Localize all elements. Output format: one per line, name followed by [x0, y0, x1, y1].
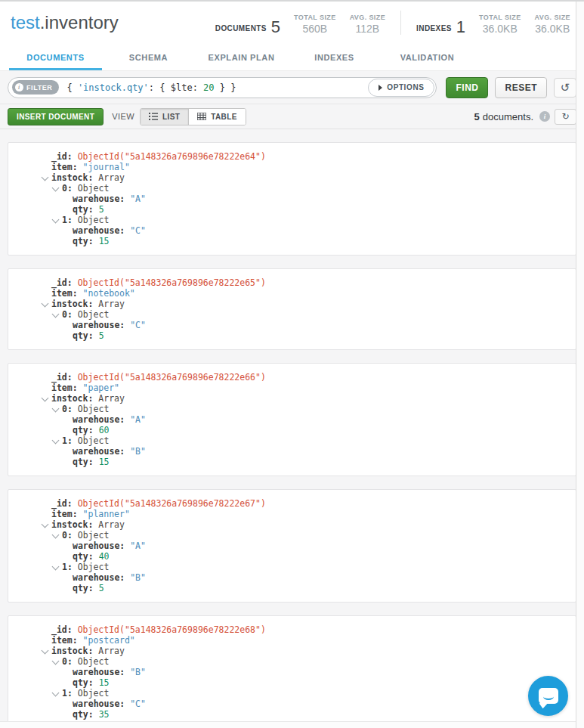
field-key: warehouse: — [73, 320, 125, 330]
field-value: 15 — [99, 236, 110, 246]
document-field-line: _id: ObjectId("5a148326a769896e78222e65"… — [51, 277, 568, 288]
field-value: Object — [78, 435, 110, 446]
field-value: Array — [98, 172, 125, 183]
document-card[interactable]: _id: ObjectId("5a148326a769896e78222e65"… — [8, 268, 576, 350]
tab-schema[interactable]: SCHEMA — [102, 44, 195, 70]
indexes-stats-group: INDEXES 1 TOTAL SIZE 36.0KB AVG. SIZE 36… — [416, 14, 570, 35]
field-key: qty: — [73, 236, 94, 246]
filter-query-part: { — [66, 82, 77, 93]
document-field-line: warehouse: "A" — [51, 541, 568, 551]
field-value: Object — [78, 309, 110, 320]
documents-stats-group: DOCUMENTS 5 TOTAL SIZE 560B AVG. SIZE 11… — [215, 14, 385, 35]
filter-query-text[interactable]: { 'instock.qty': { $lte: 20 } } — [66, 82, 368, 93]
chevron-down-icon[interactable] — [52, 184, 60, 192]
insert-document-button[interactable]: INSERT DOCUMENT — [8, 108, 104, 125]
tab-validation[interactable]: VALIDATION — [381, 44, 474, 70]
document-field-line: qty: 15 — [51, 677, 568, 688]
filter-input[interactable]: i FILTER { 'instock.qty': { $lte: 20 } }… — [8, 77, 437, 98]
document-card[interactable]: _id: ObjectId("5a148326a769896e78222e64"… — [8, 142, 576, 256]
field-key: warehouse: — [73, 414, 125, 425]
documents-toolbar: INSERT DOCUMENT VIEW LIST — [0, 104, 584, 129]
chevron-down-icon[interactable] — [42, 647, 49, 655]
chevron-down-icon[interactable] — [42, 395, 49, 402]
document-field-line: instock: Array — [51, 519, 568, 530]
document-field-line: warehouse: "C" — [51, 699, 568, 709]
document-card[interactable]: _id: ObjectId("5a148326a769896e78222e68"… — [8, 615, 576, 728]
tab-explain-plan[interactable]: EXPLAIN PLAN — [195, 44, 288, 70]
chevron-down-icon[interactable] — [52, 216, 60, 224]
documents-total-size-value: 560B — [294, 23, 336, 35]
view-table-label: TABLE — [211, 113, 237, 121]
document-field-line: qty: 5 — [51, 204, 568, 215]
chevron-down-icon[interactable] — [52, 437, 60, 445]
indexes-avg-size-label: AVG. SIZE — [535, 14, 570, 21]
chevron-down-icon[interactable] — [52, 689, 60, 697]
chevron-down-icon[interactable] — [52, 405, 60, 413]
document-field-line: qty: 15 — [51, 236, 568, 246]
intercom-chat-button[interactable] — [528, 676, 568, 716]
chevron-down-icon[interactable] — [52, 311, 60, 318]
view-list-button[interactable]: LIST — [141, 109, 188, 125]
view-table-button[interactable]: TABLE — [188, 109, 246, 125]
document-list: _id: ObjectId("5a148326a769896e78222e64"… — [0, 129, 584, 728]
field-value: Object — [78, 215, 110, 225]
document-field-line: 0: Object — [51, 309, 568, 320]
chevron-down-icon[interactable] — [52, 563, 60, 571]
document-field-line: 0: Object — [51, 183, 568, 194]
chevron-down-icon[interactable] — [42, 521, 49, 528]
tab-indexes[interactable]: INDEXES — [288, 44, 381, 70]
field-key: 1: — [62, 562, 73, 572]
field-key: 0: — [62, 530, 73, 541]
field-value: ObjectId("5a148326a769896e78222e66") — [78, 372, 266, 383]
query-history-icon[interactable]: ↺ — [554, 78, 576, 98]
document-field-line: warehouse: "A" — [51, 194, 568, 204]
indexes-total-size-value: 36.0KB — [479, 23, 521, 35]
field-key: _id: — [51, 372, 73, 383]
field-value: Array — [98, 299, 125, 309]
field-key: qty: — [73, 457, 94, 467]
collection-tab-bar: DOCUMENTS SCHEMA EXPLAIN PLAN INDEXES VA… — [0, 44, 584, 71]
chevron-down-icon[interactable] — [42, 174, 49, 181]
document-card[interactable]: _id: ObjectId("5a148326a769896e78222e66"… — [8, 363, 576, 476]
field-value: "A" — [130, 414, 146, 425]
field-value: "postcard" — [83, 635, 135, 646]
document-card[interactable]: _id: ObjectId("5a148326a769896e78222e67"… — [8, 489, 576, 603]
view-label: VIEW — [112, 112, 134, 121]
tab-documents[interactable]: DOCUMENTS — [9, 44, 102, 70]
indexes-count: 1 — [456, 20, 465, 35]
caret-right-icon — [379, 85, 382, 91]
field-value: ObjectId("5a148326a769896e78222e67") — [78, 498, 266, 509]
chevron-down-icon[interactable] — [52, 658, 60, 665]
document-field-line: warehouse: "B" — [51, 446, 568, 457]
collection-stats: DOCUMENTS 5 TOTAL SIZE 560B AVG. SIZE 11… — [215, 11, 570, 35]
field-key: warehouse: — [73, 194, 125, 204]
filter-query-part: 'instock.qty' — [78, 82, 149, 93]
database-name: test — [11, 12, 40, 33]
field-key: qty: — [73, 204, 94, 215]
chevron-down-icon[interactable] — [52, 531, 60, 539]
field-value: "A" — [130, 541, 146, 551]
chevron-down-icon[interactable] — [42, 300, 49, 308]
refresh-documents-icon[interactable]: ↻ — [555, 109, 576, 125]
view-list-label: LIST — [162, 113, 180, 121]
find-button[interactable]: FIND — [446, 77, 488, 98]
filter-query-part: : { — [149, 82, 171, 93]
document-field-line: warehouse: "C" — [51, 225, 568, 236]
field-value: 5 — [99, 583, 104, 593]
field-value: ObjectId("5a148326a769896e78222e65") — [78, 277, 266, 288]
field-value: Object — [78, 183, 110, 194]
info-icon[interactable]: i — [539, 111, 550, 122]
field-key: _id: — [51, 277, 73, 288]
info-icon: i — [15, 83, 23, 91]
field-value: 35 — [99, 709, 110, 720]
scrollbar-gutter[interactable] — [576, 2, 584, 728]
documents-avg-size-label: AVG. SIZE — [350, 14, 385, 21]
document-field-line: item: "paper" — [51, 383, 568, 393]
field-value: "journal" — [83, 162, 130, 172]
field-value: "B" — [130, 667, 146, 677]
field-key: item: — [51, 635, 78, 646]
field-key: instock: — [51, 172, 93, 183]
options-button[interactable]: OPTIONS — [368, 79, 434, 97]
reset-button[interactable]: RESET — [495, 77, 547, 98]
documents-count: 5 — [271, 20, 280, 35]
